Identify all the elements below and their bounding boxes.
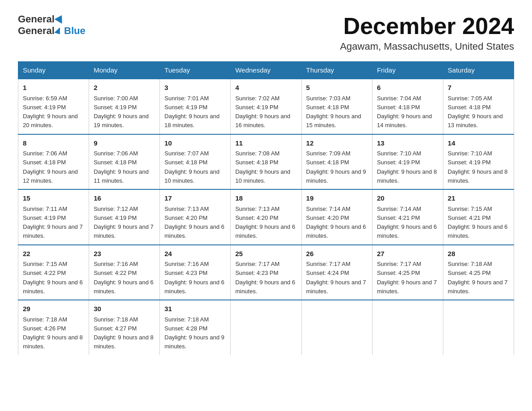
day-number: 22 xyxy=(23,249,84,259)
day-number: 5 xyxy=(306,83,368,93)
day-number: 2 xyxy=(94,83,155,93)
calendar-day-cell: 8 Sunrise: 7:06 AMSunset: 4:18 PMDayligh… xyxy=(18,134,89,190)
logo-general-text2: General xyxy=(18,25,55,36)
day-number: 12 xyxy=(306,138,368,149)
day-number: 21 xyxy=(448,193,509,204)
day-number: 15 xyxy=(23,193,84,204)
day-info: Sunrise: 7:15 AMSunset: 4:22 PMDaylight:… xyxy=(23,261,83,295)
day-info: Sunrise: 7:09 AMSunset: 4:18 PMDaylight:… xyxy=(306,150,366,184)
calendar-day-cell: 13 Sunrise: 7:10 AMSunset: 4:19 PMDaylig… xyxy=(372,134,443,190)
calendar-week-row: 29 Sunrise: 7:18 AMSunset: 4:26 PMDaylig… xyxy=(18,300,514,355)
day-number: 7 xyxy=(448,83,509,93)
calendar-day-cell: 2 Sunrise: 7:00 AMSunset: 4:19 PMDayligh… xyxy=(89,79,160,134)
day-number: 14 xyxy=(448,138,509,149)
day-number: 31 xyxy=(164,304,226,314)
day-info: Sunrise: 7:12 AMSunset: 4:19 PMDaylight:… xyxy=(94,206,154,240)
calendar-day-cell: 16 Sunrise: 7:12 AMSunset: 4:19 PMDaylig… xyxy=(89,189,160,245)
day-number: 19 xyxy=(306,193,368,204)
day-info: Sunrise: 7:13 AMSunset: 4:20 PMDaylight:… xyxy=(235,206,295,240)
calendar-week-row: 8 Sunrise: 7:06 AMSunset: 4:18 PMDayligh… xyxy=(18,134,514,190)
calendar-day-cell: 15 Sunrise: 7:11 AMSunset: 4:19 PMDaylig… xyxy=(18,189,89,245)
calendar-day-cell xyxy=(372,300,443,355)
calendar-day-cell: 27 Sunrise: 7:17 AMSunset: 4:25 PMDaylig… xyxy=(372,245,443,300)
col-friday: Friday xyxy=(372,62,443,79)
day-number: 24 xyxy=(164,249,226,259)
calendar-day-cell: 4 Sunrise: 7:02 AMSunset: 4:19 PMDayligh… xyxy=(231,79,301,134)
calendar-day-cell: 21 Sunrise: 7:15 AMSunset: 4:21 PMDaylig… xyxy=(443,189,514,245)
day-info: Sunrise: 6:59 AMSunset: 4:19 PMDaylight:… xyxy=(23,95,78,129)
day-number: 13 xyxy=(377,138,438,149)
calendar-week-row: 22 Sunrise: 7:15 AMSunset: 4:22 PMDaylig… xyxy=(18,245,514,300)
day-number: 3 xyxy=(164,83,226,93)
day-info: Sunrise: 7:03 AMSunset: 4:18 PMDaylight:… xyxy=(306,95,361,129)
calendar-day-cell xyxy=(443,300,514,355)
calendar-day-cell: 3 Sunrise: 7:01 AMSunset: 4:19 PMDayligh… xyxy=(160,79,231,134)
calendar-day-cell: 29 Sunrise: 7:18 AMSunset: 4:26 PMDaylig… xyxy=(18,300,89,355)
calendar-day-cell: 1 Sunrise: 6:59 AMSunset: 4:19 PMDayligh… xyxy=(18,79,89,134)
calendar-day-cell: 10 Sunrise: 7:07 AMSunset: 4:18 PMDaylig… xyxy=(160,134,231,190)
logo-general-text: General xyxy=(18,13,55,25)
logo: General General Blue xyxy=(18,13,86,37)
day-number: 10 xyxy=(164,138,226,149)
calendar-day-cell: 18 Sunrise: 7:13 AMSunset: 4:20 PMDaylig… xyxy=(231,189,301,245)
calendar-day-cell: 14 Sunrise: 7:10 AMSunset: 4:19 PMDaylig… xyxy=(443,134,514,190)
calendar-day-cell: 28 Sunrise: 7:18 AMSunset: 4:25 PMDaylig… xyxy=(443,245,514,300)
day-info: Sunrise: 7:18 AMSunset: 4:28 PMDaylight:… xyxy=(164,316,224,350)
day-info: Sunrise: 7:18 AMSunset: 4:25 PMDaylight:… xyxy=(448,261,508,295)
calendar-day-cell: 24 Sunrise: 7:16 AMSunset: 4:23 PMDaylig… xyxy=(160,245,231,300)
day-number: 25 xyxy=(235,249,296,259)
calendar-day-cell: 9 Sunrise: 7:06 AMSunset: 4:18 PMDayligh… xyxy=(89,134,160,190)
day-info: Sunrise: 7:10 AMSunset: 4:19 PMDaylight:… xyxy=(377,150,437,184)
day-info: Sunrise: 7:06 AMSunset: 4:18 PMDaylight:… xyxy=(23,150,78,184)
title-area: December 2024 Agawam, Massachusetts, Uni… xyxy=(340,13,514,52)
calendar-day-cell: 30 Sunrise: 7:18 AMSunset: 4:27 PMDaylig… xyxy=(89,300,160,355)
day-info: Sunrise: 7:05 AMSunset: 4:18 PMDaylight:… xyxy=(448,95,503,129)
page-title: December 2024 xyxy=(340,13,514,39)
day-info: Sunrise: 7:07 AMSunset: 4:18 PMDaylight:… xyxy=(164,150,219,184)
day-info: Sunrise: 7:01 AMSunset: 4:19 PMDaylight:… xyxy=(164,95,219,129)
logo-icon xyxy=(54,26,61,34)
day-info: Sunrise: 7:14 AMSunset: 4:20 PMDaylight:… xyxy=(306,206,366,240)
day-number: 11 xyxy=(235,138,296,149)
day-info: Sunrise: 7:04 AMSunset: 4:18 PMDaylight:… xyxy=(377,95,432,129)
day-number: 20 xyxy=(377,193,438,204)
calendar-day-cell: 23 Sunrise: 7:16 AMSunset: 4:22 PMDaylig… xyxy=(89,245,160,300)
calendar-table: Sunday Monday Tuesday Wednesday Thursday… xyxy=(18,61,514,355)
calendar-day-cell: 22 Sunrise: 7:15 AMSunset: 4:22 PMDaylig… xyxy=(18,245,89,300)
day-info: Sunrise: 7:14 AMSunset: 4:21 PMDaylight:… xyxy=(377,206,437,240)
day-info: Sunrise: 7:13 AMSunset: 4:20 PMDaylight:… xyxy=(164,206,224,240)
calendar-day-cell: 31 Sunrise: 7:18 AMSunset: 4:28 PMDaylig… xyxy=(160,300,231,355)
calendar-day-cell: 11 Sunrise: 7:08 AMSunset: 4:18 PMDaylig… xyxy=(231,134,301,190)
day-info: Sunrise: 7:15 AMSunset: 4:21 PMDaylight:… xyxy=(448,206,508,240)
calendar-day-cell: 5 Sunrise: 7:03 AMSunset: 4:18 PMDayligh… xyxy=(301,79,372,134)
calendar-day-cell xyxy=(301,300,372,355)
day-number: 6 xyxy=(377,83,438,93)
calendar-week-row: 1 Sunrise: 6:59 AMSunset: 4:19 PMDayligh… xyxy=(18,79,514,134)
page-subtitle: Agawam, Massachusetts, United States xyxy=(340,41,514,52)
col-monday: Monday xyxy=(89,62,160,79)
logo-triangle-icon xyxy=(54,13,65,24)
day-number: 28 xyxy=(448,249,509,259)
day-info: Sunrise: 7:17 AMSunset: 4:25 PMDaylight:… xyxy=(377,261,437,295)
calendar-day-cell: 7 Sunrise: 7:05 AMSunset: 4:18 PMDayligh… xyxy=(443,79,514,134)
day-info: Sunrise: 7:18 AMSunset: 4:26 PMDaylight:… xyxy=(23,316,83,350)
day-number: 9 xyxy=(94,138,155,149)
day-number: 16 xyxy=(94,193,155,204)
calendar-day-cell: 6 Sunrise: 7:04 AMSunset: 4:18 PMDayligh… xyxy=(372,79,443,134)
calendar-day-cell: 19 Sunrise: 7:14 AMSunset: 4:20 PMDaylig… xyxy=(301,189,372,245)
day-number: 1 xyxy=(23,83,84,93)
day-info: Sunrise: 7:10 AMSunset: 4:19 PMDaylight:… xyxy=(448,150,508,184)
calendar-day-cell: 26 Sunrise: 7:17 AMSunset: 4:24 PMDaylig… xyxy=(301,245,372,300)
calendar-day-cell xyxy=(231,300,301,355)
day-number: 26 xyxy=(306,249,368,259)
calendar-day-cell: 25 Sunrise: 7:17 AMSunset: 4:23 PMDaylig… xyxy=(231,245,301,300)
calendar-header-row: Sunday Monday Tuesday Wednesday Thursday… xyxy=(18,62,514,79)
day-info: Sunrise: 7:00 AMSunset: 4:19 PMDaylight:… xyxy=(94,95,149,129)
day-info: Sunrise: 7:16 AMSunset: 4:22 PMDaylight:… xyxy=(94,261,154,295)
calendar-day-cell: 20 Sunrise: 7:14 AMSunset: 4:21 PMDaylig… xyxy=(372,189,443,245)
col-saturday: Saturday xyxy=(443,62,514,79)
day-number: 29 xyxy=(23,304,84,314)
day-info: Sunrise: 7:02 AMSunset: 4:19 PMDaylight:… xyxy=(235,95,290,129)
logo-blue-text: Blue xyxy=(64,25,86,36)
day-number: 30 xyxy=(94,304,155,314)
